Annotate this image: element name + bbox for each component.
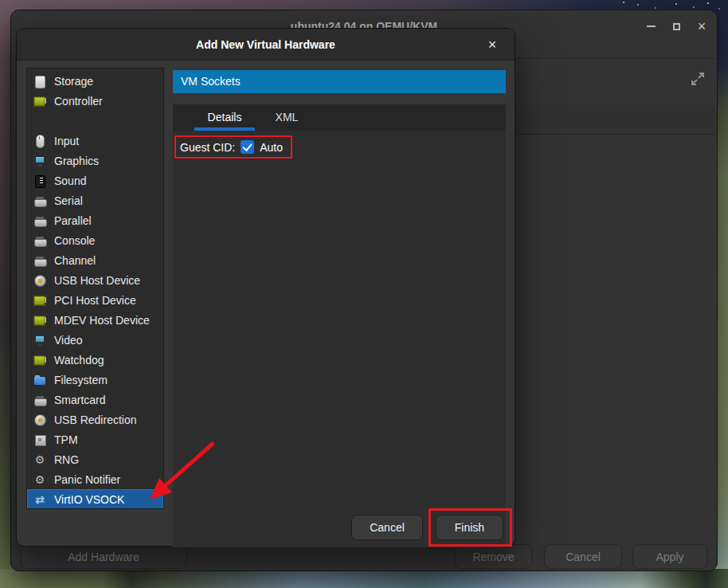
dialog-titlebar: Add New Virtual Hardware × xyxy=(17,29,515,61)
sidebar-item-label: RNG xyxy=(54,453,79,466)
add-hardware-button[interactable]: Add Hardware xyxy=(21,544,186,569)
panel-header: VM Sockets xyxy=(173,70,506,93)
sidebar-item-label: VirtIO VSOCK xyxy=(54,493,124,506)
remove-button[interactable]: Remove xyxy=(455,544,532,569)
finish-button[interactable]: Finish xyxy=(436,515,503,540)
auto-checkbox[interactable] xyxy=(241,140,254,154)
serial-icon xyxy=(33,214,46,227)
minimize-icon[interactable] xyxy=(644,19,658,33)
mouse-icon xyxy=(33,135,46,147)
maximize-icon[interactable] xyxy=(669,19,683,33)
sidebar-item-label: Input xyxy=(54,135,79,147)
close-icon[interactable]: × xyxy=(695,19,709,33)
serial-icon xyxy=(33,234,46,247)
vsock-icon: ⇄ xyxy=(33,493,46,506)
sidebar-item-label: USB Redirection xyxy=(54,414,137,426)
speaker-icon xyxy=(33,174,46,187)
dialog-close-icon[interactable]: × xyxy=(481,29,503,61)
sidebar-item-label: MDEV Host Device xyxy=(54,314,150,327)
sidebar-item-rng[interactable]: ⚙ RNG xyxy=(27,449,163,469)
vm-window-controls: × xyxy=(644,10,709,42)
sidebar-item-label: Console xyxy=(54,234,95,247)
gear-icon: ⚙ xyxy=(33,473,46,486)
folder-icon xyxy=(33,374,46,386)
sidebar-item-label: TPM xyxy=(54,433,78,446)
vm-cancel-button[interactable]: Cancel xyxy=(544,544,622,569)
sidebar-item-label: USB Host Device xyxy=(54,274,140,287)
sidebar-item-video[interactable]: Video xyxy=(27,330,163,350)
auto-label: Auto xyxy=(260,141,283,154)
sidebar-item-empty[interactable] xyxy=(27,111,163,131)
wallpaper-bottom xyxy=(0,569,728,588)
guest-cid-label: Guest CID: xyxy=(180,141,235,154)
apply-button[interactable]: Apply xyxy=(632,544,707,569)
details-pane xyxy=(173,131,506,547)
chip-icon xyxy=(33,95,46,108)
serial-icon xyxy=(33,254,46,267)
sidebar-item-watchdog[interactable]: Watchdog xyxy=(27,350,163,370)
sidebar-item-sound[interactable]: Sound xyxy=(27,171,163,190)
cancel-button[interactable]: Cancel xyxy=(351,515,423,540)
sidebar-item-label: Graphics xyxy=(54,155,99,167)
fullscreen-expand-icon[interactable] xyxy=(687,69,708,89)
sidebar-item-label: Sound xyxy=(54,174,86,187)
chip-icon xyxy=(33,314,46,327)
sidebar-item-parallel[interactable]: Parallel xyxy=(27,210,163,230)
sidebar-item-storage[interactable]: Storage xyxy=(27,71,163,91)
sidebar-item-label: Watchdog xyxy=(54,354,104,367)
sidebar-item-label: Controller xyxy=(54,95,103,108)
no-icon xyxy=(33,115,46,127)
tab-bar: Details XML xyxy=(173,104,506,131)
sidebar-item-label: Channel xyxy=(54,254,96,267)
sidebar-item-filesystem[interactable]: Filesystem xyxy=(27,370,163,390)
sidebar-item-label: Panic Notifier xyxy=(54,473,120,486)
tab-details[interactable]: Details xyxy=(194,104,255,131)
chip-icon xyxy=(33,294,46,307)
sidebar-item-tpm[interactable]: TPM xyxy=(27,429,163,449)
sidebar-item-label: Parallel xyxy=(54,214,92,227)
serial-icon xyxy=(33,394,46,406)
monitor-icon xyxy=(33,155,46,167)
sidebar-item-label: Video xyxy=(54,334,83,347)
chip-icon xyxy=(33,354,46,367)
sidebar-item-usb-redirection[interactable]: USB Redirection xyxy=(27,410,163,429)
guest-cid-annotation-box: Guest CID: Auto xyxy=(174,135,292,159)
sidebar-item-panic-notifier[interactable]: ⚙ Panic Notifier xyxy=(27,469,163,489)
hardware-type-list: Storage Controller Input Graphics Sound … xyxy=(26,68,164,509)
add-hardware-dialog: Add New Virtual Hardware × Storage Contr… xyxy=(16,28,515,547)
sidebar-item-smartcard[interactable]: Smartcard xyxy=(27,390,163,410)
serial-icon xyxy=(33,194,46,207)
sidebar-item-pci-host-device[interactable]: PCI Host Device xyxy=(27,290,163,310)
sidebar-item-console[interactable]: Console xyxy=(27,230,163,250)
tpm-icon xyxy=(33,433,46,446)
usb-icon xyxy=(33,414,46,426)
sidebar-item-serial[interactable]: Serial xyxy=(27,190,163,210)
gear-icon: ⚙ xyxy=(33,453,46,466)
sidebar-item-controller[interactable]: Controller xyxy=(27,91,163,111)
desktop: ubuntu24.04 on QEMU/KVM × Add Hardware R… xyxy=(0,0,728,588)
sidebar-item-graphics[interactable]: Graphics xyxy=(27,151,163,171)
sidebar-item-usb-host-device[interactable]: USB Host Device xyxy=(27,270,163,290)
sidebar-item-label: PCI Host Device xyxy=(54,294,136,307)
sidebar-item-mdev-host-device[interactable]: MDEV Host Device xyxy=(27,310,163,330)
sidebar-item-channel[interactable]: Channel xyxy=(27,250,163,270)
sidebar-item-label: Filesystem xyxy=(54,374,108,386)
usb-icon xyxy=(33,274,46,287)
sidebar-item-input[interactable]: Input xyxy=(27,131,163,151)
monitor-icon xyxy=(33,334,46,347)
tab-xml[interactable]: XML xyxy=(263,104,311,131)
sidebar-item-label: Serial xyxy=(54,194,83,207)
dialog-title: Add New Virtual Hardware xyxy=(17,29,515,61)
sidebar-item-label: Storage xyxy=(54,75,93,88)
sidebar-item-virtio-vsock[interactable]: ⇄ VirtIO VSOCK xyxy=(27,489,163,509)
sidebar-item-label: Smartcard xyxy=(54,394,106,406)
storage-icon xyxy=(33,75,46,88)
